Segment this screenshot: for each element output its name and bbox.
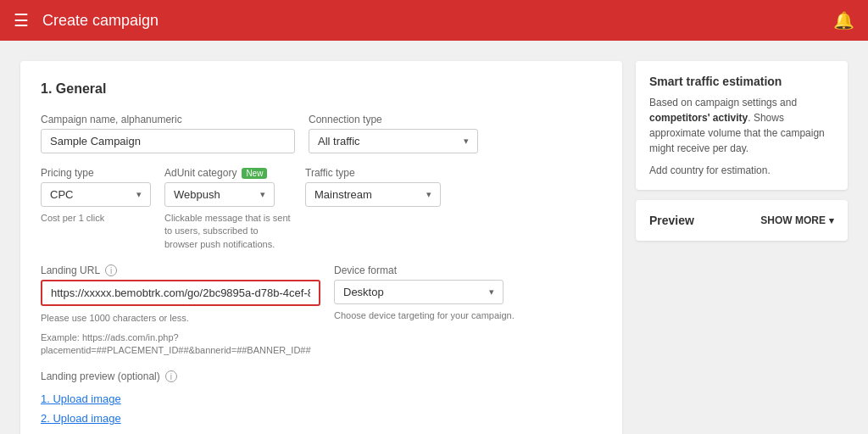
traffic-type-group: Traffic type Mainstream ▾ [305,167,441,207]
main-layout: 1. General Campaign name, alphanumeric C… [0,41,868,434]
landing-preview-label: Landing preview (optional) [41,370,160,382]
connection-type-select[interactable]: All traffic ▾ [309,129,478,153]
chevron-down-icon: ▾ [489,287,494,298]
pricing-type-group: Pricing type CPC ▾ Cost per 1 click [41,167,151,225]
chevron-down-icon: ▾ [464,136,469,147]
chevron-down-icon: ▾ [829,215,834,226]
smart-traffic-card: Smart traffic estimation Based on campai… [636,61,848,190]
info-icon[interactable]: i [105,264,117,276]
connection-type-label: Connection type [309,114,478,125]
smart-traffic-body: Based on campaign settings and competito… [649,95,834,156]
device-format-value: Desktop [343,286,384,298]
topbar: ☰ Create campaign 🔔 [0,0,868,41]
preview-card: Preview SHOW MORE ▾ [636,200,848,241]
pricing-type-select[interactable]: CPC ▾ [41,182,151,207]
hamburger-icon[interactable]: ☰ [14,10,29,31]
adunit-category-group: AdUnit category New Webpush ▾ Clickable … [164,167,292,251]
add-country-text: Add country for estimation. [649,164,834,176]
row-campaign-connection: Campaign name, alphanumeric Connection t… [41,114,602,153]
right-panel: Smart traffic estimation Based on campai… [636,61,848,434]
chevron-down-icon: ▾ [260,189,265,200]
device-hint: Choose device targeting for your campaig… [334,310,515,320]
landing-url-group: Landing URL i Please use 1000 characters… [41,264,320,357]
landing-url-input[interactable] [41,280,320,306]
landing-preview-group: Landing preview (optional) i 1. Upload i… [41,370,602,434]
landing-url-hint1: Please use 1000 characters or less. [41,312,320,325]
device-format-group: Device format Desktop ▾ Choose device ta… [334,264,515,320]
pricing-type-value: CPC [50,188,73,201]
section-title: 1. General [41,81,602,97]
adunit-category-label: AdUnit category [164,167,236,179]
pricing-hint: Cost per 1 click [41,212,151,225]
chevron-down-icon: ▾ [426,189,431,200]
upload-link-2[interactable]: 2. Upload image [41,412,602,425]
adunit-value: Webpush [174,188,220,201]
device-format-label: Device format [334,264,515,276]
connection-type-group: Connection type All traffic ▾ [309,114,478,153]
connection-type-value: All traffic [318,135,360,147]
page-title: Create campaign [42,12,159,30]
campaign-name-input[interactable] [41,129,295,153]
smart-traffic-title: Smart traffic estimation [649,75,834,88]
landing-url-hint2: Example: https://ads.com/in.php?placemen… [41,331,320,358]
traffic-type-value: Mainstream [314,188,372,201]
device-format-select[interactable]: Desktop ▾ [334,280,504,304]
new-badge: New [242,168,267,179]
adunit-category-select[interactable]: Webpush ▾ [164,182,275,207]
row-landing-device: Landing URL i Please use 1000 characters… [41,264,602,357]
left-panel: 1. General Campaign name, alphanumeric C… [20,61,622,434]
landing-preview-info-icon[interactable]: i [165,370,177,382]
preview-title: Preview [649,214,694,227]
campaign-name-label: Campaign name, alphanumeric [41,114,295,125]
chevron-down-icon: ▾ [136,189,142,200]
traffic-type-label: Traffic type [305,167,441,179]
campaign-name-group: Campaign name, alphanumeric [41,114,295,153]
traffic-type-select[interactable]: Mainstream ▾ [305,182,441,207]
landing-url-label: Landing URL [41,264,100,276]
adunit-hint: Clickable message that is sent to users,… [164,212,292,251]
show-more-button[interactable]: SHOW MORE ▾ [760,214,834,226]
row-pricing-adunit-traffic: Pricing type CPC ▾ Cost per 1 click AdUn… [41,167,602,251]
upload-link-1[interactable]: 1. Upload image [41,392,602,405]
pricing-type-label: Pricing type [41,167,151,179]
bell-icon[interactable]: 🔔 [833,10,854,31]
